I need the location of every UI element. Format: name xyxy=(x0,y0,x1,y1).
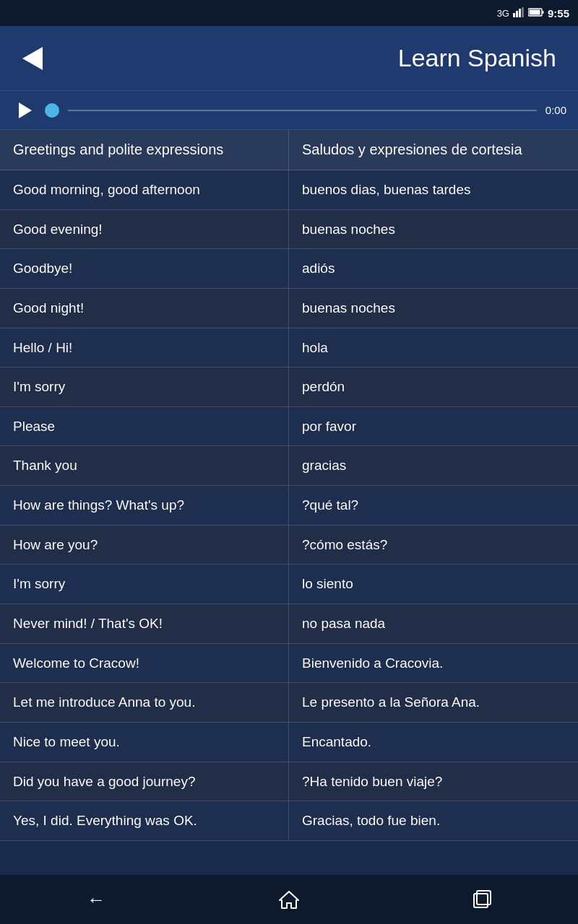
cell-spanish: ?cómo estás? xyxy=(289,526,578,565)
cell-spanish: lo siento xyxy=(289,565,578,603)
cell-spanish: hola xyxy=(289,328,578,367)
audio-player: 0:00 xyxy=(0,91,578,130)
table-row[interactable]: Yes, I did. Everything was OK.Gracias, t… xyxy=(0,801,578,841)
cell-english: Greetings and polite expressions xyxy=(0,130,289,170)
cell-spanish: Le presento a la Señora Ana. xyxy=(289,683,578,722)
back-arrow-icon xyxy=(22,47,43,70)
svg-marker-7 xyxy=(280,892,298,908)
svg-rect-1 xyxy=(516,11,518,17)
svg-rect-3 xyxy=(522,7,524,17)
table-row[interactable]: Pleasepor favor xyxy=(0,407,578,447)
phrase-table: Greetings and polite expressionsSaludos … xyxy=(0,130,578,875)
time-display: 0:00 xyxy=(545,104,566,116)
cell-english: Goodbye! xyxy=(0,249,289,288)
nav-home-button[interactable] xyxy=(260,881,318,918)
cell-spanish: perdón xyxy=(289,367,578,406)
cell-english: Did you have a good journey? xyxy=(0,762,289,801)
play-button[interactable] xyxy=(12,98,36,123)
table-row[interactable]: How are things? What's up??qué tal? xyxy=(0,486,578,526)
cell-spanish: ?Ha tenido buen viaje? xyxy=(289,762,578,801)
table-row[interactable]: Let me introduce Anna to you.Le presento… xyxy=(0,683,578,723)
svg-rect-0 xyxy=(513,13,515,17)
table-row[interactable]: Welcome to Cracow!Bienvenido a Cracovia. xyxy=(0,644,578,684)
nav-home-icon xyxy=(278,889,300,910)
cell-english: Nice to meet you. xyxy=(0,723,289,762)
cell-english: Good evening! xyxy=(0,210,289,249)
bottom-nav: ← xyxy=(0,875,578,924)
cell-english: Good night! xyxy=(0,289,289,328)
nav-recent-icon xyxy=(471,889,493,910)
table-row[interactable]: I'm sorrylo siento xyxy=(0,565,578,604)
nav-back-button[interactable]: ← xyxy=(67,881,125,918)
svg-rect-5 xyxy=(529,9,540,14)
cell-english: I'm sorry xyxy=(0,565,289,603)
cell-spanish: Encantado. xyxy=(289,723,578,762)
svg-rect-8 xyxy=(474,894,488,907)
cell-spanish: Saludos y expresiones de cortesia xyxy=(289,130,578,170)
cell-spanish: Bienvenido a Cracovia. xyxy=(289,644,578,683)
cell-spanish: buenas noches xyxy=(289,210,578,249)
table-row[interactable]: Greetings and polite expressionsSaludos … xyxy=(0,130,578,170)
svg-rect-2 xyxy=(519,9,521,17)
cell-english: Hello / Hi! xyxy=(0,328,289,367)
svg-rect-9 xyxy=(477,891,491,905)
cell-spanish: gracias xyxy=(289,446,578,485)
status-icons: 3G 9:55 xyxy=(497,7,569,19)
cell-english: Let me introduce Anna to you. xyxy=(0,683,289,722)
table-row[interactable]: Good night!buenas noches xyxy=(0,289,578,328)
signal-bars xyxy=(513,7,525,19)
cell-spanish: Gracias, todo fue bien. xyxy=(289,801,578,840)
cell-spanish: buenos dias, buenas tardes xyxy=(289,170,578,209)
header-title: Learn Spanish xyxy=(51,44,564,72)
cell-english: Good morning, good afternoon xyxy=(0,170,289,209)
svg-rect-6 xyxy=(542,11,543,14)
cell-english: I'm sorry xyxy=(0,367,289,406)
table-row[interactable]: I'm sorryperdón xyxy=(0,367,578,407)
header: Learn Spanish xyxy=(0,26,578,91)
table-row[interactable]: How are you??cómo estás? xyxy=(0,526,578,565)
table-row[interactable]: Goodbye!adiós xyxy=(0,249,578,289)
nav-recent-button[interactable] xyxy=(453,881,511,918)
table-row[interactable]: Did you have a good journey??Ha tenido b… xyxy=(0,762,578,802)
table-row[interactable]: Never mind! / That's OK!no pasa nada xyxy=(0,604,578,644)
cell-english: Welcome to Cracow! xyxy=(0,644,289,683)
status-bar: 3G 9:55 xyxy=(0,0,578,26)
cell-english: How are you? xyxy=(0,526,289,565)
cell-english: Please xyxy=(0,407,289,446)
table-row[interactable]: Nice to meet you.Encantado. xyxy=(0,723,578,762)
status-time: 9:55 xyxy=(548,7,569,19)
progress-line xyxy=(68,110,537,111)
signal-icon: 3G xyxy=(497,8,509,19)
progress-dot[interactable] xyxy=(45,103,59,118)
cell-english: Thank you xyxy=(0,446,289,485)
play-icon xyxy=(19,103,32,118)
cell-spanish: ?qué tal? xyxy=(289,486,578,525)
cell-spanish: buenas noches xyxy=(289,289,578,328)
table-row[interactable]: Thank yougracias xyxy=(0,446,578,486)
cell-english: How are things? What's up? xyxy=(0,486,289,525)
back-button[interactable] xyxy=(14,40,51,77)
battery-icon xyxy=(528,8,544,19)
cell-spanish: no pasa nada xyxy=(289,604,578,643)
table-row[interactable]: Hello / Hi!hola xyxy=(0,328,578,368)
table-row[interactable]: Good evening!buenas noches xyxy=(0,210,578,250)
cell-english: Yes, I did. Everything was OK. xyxy=(0,801,289,840)
table-row[interactable]: Good morning, good afternoonbuenos dias,… xyxy=(0,170,578,210)
cell-english: Never mind! / That's OK! xyxy=(0,604,289,643)
nav-back-icon: ← xyxy=(87,889,105,911)
cell-spanish: adiós xyxy=(289,249,578,288)
cell-spanish: por favor xyxy=(289,407,578,446)
